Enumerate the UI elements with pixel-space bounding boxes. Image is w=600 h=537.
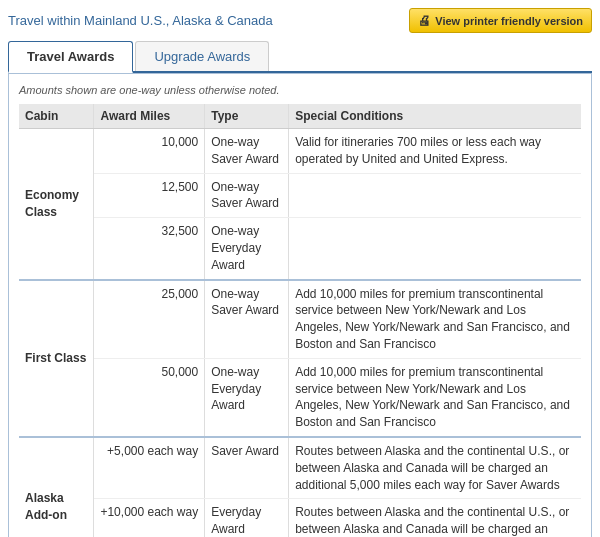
miles-cell: 50,000	[94, 358, 205, 437]
table-row: 12,500One-way Saver Award	[19, 173, 581, 218]
table-header-row: Cabin Award Miles Type Special Condition…	[19, 104, 581, 129]
type-cell: One-way Saver Award	[205, 129, 289, 174]
conditions-cell: Routes between Alaska and the continenta…	[289, 437, 581, 499]
type-cell: Saver Award	[205, 437, 289, 499]
type-cell: One-way Everyday Award	[205, 218, 289, 280]
conditions-cell	[289, 173, 581, 218]
miles-cell: 32,500	[94, 218, 205, 280]
miles-cell: +5,000 each way	[94, 437, 205, 499]
conditions-cell: Valid for itineraries 700 miles or less …	[289, 129, 581, 174]
page-wrapper: Travel within Mainland U.S., Alaska & Ca…	[0, 0, 600, 537]
tab-upgrade-awards[interactable]: Upgrade Awards	[135, 41, 269, 71]
printer-icon: 🖨	[418, 13, 431, 28]
table-row: Economy Class10,000One-way Saver AwardVa…	[19, 129, 581, 174]
col-header-type: Type	[205, 104, 289, 129]
type-cell: One-way Saver Award	[205, 280, 289, 359]
printer-button[interactable]: 🖨 View printer friendly version	[409, 8, 592, 33]
miles-cell: 10,000	[94, 129, 205, 174]
printer-btn-label: View printer friendly version	[435, 15, 583, 27]
table-row: +10,000 each wayEveryday AwardRoutes bet…	[19, 499, 581, 537]
note-text: Amounts shown are one-way unless otherwi…	[19, 84, 581, 96]
table-row: 32,500One-way Everyday Award	[19, 218, 581, 280]
type-cell: Everyday Award	[205, 499, 289, 537]
tab-travel-awards[interactable]: Travel Awards	[8, 41, 133, 73]
type-cell: One-way Saver Award	[205, 173, 289, 218]
conditions-cell: Routes between Alaska and the continenta…	[289, 499, 581, 537]
col-header-cabin: Cabin	[19, 104, 94, 129]
top-bar: Travel within Mainland U.S., Alaska & Ca…	[8, 8, 592, 33]
conditions-cell	[289, 218, 581, 280]
table-row: Alaska Add-on+5,000 each waySaver AwardR…	[19, 437, 581, 499]
page-title: Travel within Mainland U.S., Alaska & Ca…	[8, 13, 273, 28]
content-box: Amounts shown are one-way unless otherwi…	[8, 73, 592, 537]
cabin-cell: First Class	[19, 280, 94, 437]
col-header-conditions: Special Conditions	[289, 104, 581, 129]
table-row: 50,000One-way Everyday AwardAdd 10,000 m…	[19, 358, 581, 437]
awards-table: Cabin Award Miles Type Special Condition…	[19, 104, 581, 537]
table-row: First Class25,000One-way Saver AwardAdd …	[19, 280, 581, 359]
cabin-cell: Alaska Add-on	[19, 437, 94, 537]
conditions-cell: Add 10,000 miles for premium transcontin…	[289, 358, 581, 437]
type-cell: One-way Everyday Award	[205, 358, 289, 437]
conditions-cell: Add 10,000 miles for premium transcontin…	[289, 280, 581, 359]
miles-cell: 12,500	[94, 173, 205, 218]
cabin-cell: Economy Class	[19, 129, 94, 280]
tabs-row: Travel Awards Upgrade Awards	[8, 41, 592, 73]
miles-cell: +10,000 each way	[94, 499, 205, 537]
miles-cell: 25,000	[94, 280, 205, 359]
col-header-miles: Award Miles	[94, 104, 205, 129]
